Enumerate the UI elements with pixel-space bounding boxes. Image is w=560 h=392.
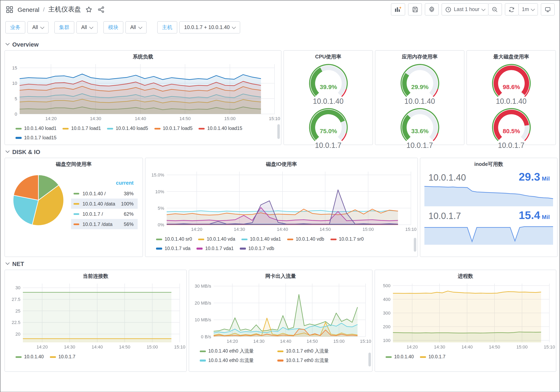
- chevron-down-icon: [89, 25, 93, 29]
- net-traffic-chart[interactable]: 0 B/s10 MB/s20 MB/s30 MB/s14:2014:3014:4…: [192, 281, 369, 345]
- sparkstat-row[interactable]: 10.0.1.40 29.3Mil: [424, 171, 553, 206]
- legend-scrollbar[interactable]: [277, 124, 280, 139]
- memory-gauges[interactable]: 29.9%10.0.1.4033.6%10.0.1.7: [379, 62, 461, 150]
- filter-module-label: 模块: [103, 21, 123, 33]
- time-range-picker[interactable]: Last 1 hour: [441, 3, 488, 16]
- cpu-gauges[interactable]: 39.9%10.0.1.4075.0%10.0.1.7: [287, 62, 369, 150]
- gauge[interactable]: 80.5%10.0.1.7: [480, 106, 542, 150]
- save-dashboard-button[interactable]: [408, 3, 422, 16]
- variable-filters: 业务 All 集群 All 模块 All 主机 10.0.1.7 + 10.0.…: [0, 18, 560, 38]
- gauge[interactable]: 98.6%10.0.1.40: [480, 62, 542, 106]
- gauge-value: 39.9%: [320, 84, 337, 90]
- legend-item[interactable]: 10.0.1.40 vda: [198, 235, 235, 244]
- svg-text:14:30: 14:30: [64, 344, 75, 350]
- gauge-host-label: 10.0.1.7: [406, 141, 433, 150]
- gauge[interactable]: 39.9%10.0.1.40: [298, 62, 359, 106]
- legend-item[interactable]: 10.0.1.7 vda: [156, 244, 190, 253]
- legend-item[interactable]: 10.0.1.7 vda1: [197, 244, 234, 253]
- legend-item[interactable]: 10.0.1.7 vdb: [240, 244, 274, 253]
- svg-text:14:50: 14:50: [179, 116, 190, 121]
- legend-item[interactable]: 10.0.1.40 eth0 出流量: [200, 356, 277, 365]
- settings-gear-button[interactable]: [425, 3, 439, 16]
- panel-disk-io: 磁盘IO使用率 0%5%10%15.0%14:2014:3014:4014:50…: [145, 158, 418, 257]
- svg-text:200: 200: [383, 324, 390, 329]
- star-icon[interactable]: [85, 5, 93, 14]
- chevron-down-icon: [232, 25, 236, 29]
- panel-cpu-usage: CPU使用率 39.9%10.0.1.4075.0%10.0.1.7: [283, 50, 373, 145]
- zoom-out-button[interactable]: [488, 3, 502, 16]
- gauge-value: 75.0%: [320, 128, 337, 134]
- svg-text:30: 30: [16, 285, 20, 290]
- share-icon[interactable]: [97, 5, 106, 14]
- gauge[interactable]: 75.0%10.0.1.7: [298, 106, 359, 150]
- filter-cluster-value[interactable]: All: [76, 21, 98, 33]
- dashboards-grid-icon[interactable]: [5, 5, 14, 14]
- legend-scrollbar[interactable]: [414, 238, 416, 252]
- svg-text:14:20: 14:20: [191, 227, 202, 232]
- section-header-net[interactable]: NET: [0, 257, 560, 270]
- legend-item[interactable]: 10.0.1.7 eth0 入流量: [277, 347, 355, 356]
- pie-legend-header[interactable]: current: [71, 179, 138, 188]
- svg-text:14:30: 14:30: [253, 339, 264, 344]
- legend-item[interactable]: 10.0.1.40 load5: [107, 124, 148, 133]
- filter-module-value[interactable]: All: [125, 21, 147, 33]
- legend-item[interactable]: 10.0.1.40 load15: [199, 124, 242, 133]
- svg-text:14:20: 14:20: [227, 339, 238, 344]
- legend-scrollbar[interactable]: [369, 352, 371, 366]
- disk-io-legend: 10.0.1.40 sr010.0.1.40 vda10.0.1.40 vda1…: [149, 233, 414, 253]
- legend-item[interactable]: 10.0.1.7 load15: [16, 133, 57, 142]
- gauge[interactable]: 33.6%10.0.1.7: [389, 106, 450, 150]
- page-title[interactable]: 主机仪表盘: [48, 5, 81, 14]
- pie-legend-row[interactable]: 10.0.1.7 /62%: [71, 209, 138, 219]
- filter-business-label: 业务: [5, 21, 25, 33]
- svg-text:14:20: 14:20: [407, 344, 418, 350]
- legend-item[interactable]: 10.0.1.40 eth0 入流量: [200, 347, 277, 356]
- legend-item[interactable]: 10.0.1.40: [386, 352, 414, 362]
- filter-business-value[interactable]: All: [27, 21, 49, 33]
- legend-item[interactable]: 10.0.1.40 sr0: [156, 235, 192, 244]
- panel-title: 最大磁盘使用率: [470, 53, 552, 60]
- legend-item[interactable]: 10.0.1.40 load1: [16, 124, 57, 133]
- svg-text:14:40: 14:40: [135, 116, 146, 121]
- disk-space-pie[interactable]: [11, 173, 65, 229]
- legend-swatch: [73, 203, 79, 204]
- gauge-host-label: 10.0.1.40: [404, 97, 435, 106]
- legend-item[interactable]: 10.0.1.7 eth0 出流量: [277, 356, 355, 365]
- legend-item[interactable]: 10.0.1.7: [50, 352, 75, 362]
- refresh-button[interactable]: [505, 3, 519, 16]
- connections-chart[interactable]: 2022.52527.53014:2014:3014:4014:5015:001…: [8, 281, 183, 351]
- disk-gauges[interactable]: 98.6%10.0.1.4080.5%10.0.1.7: [470, 62, 552, 150]
- panel-title: 磁盘IO使用率: [149, 161, 414, 168]
- legend-item[interactable]: 10.0.1.7: [420, 352, 445, 362]
- panel-title: 网卡出入流量: [192, 273, 369, 280]
- filter-host-value[interactable]: 10.0.1.7 + 10.0.1.40: [179, 21, 240, 33]
- inode-stats[interactable]: 10.0.1.40 29.3Mil 10.0.1.7 15.4Mil: [424, 169, 554, 245]
- refresh-interval-picker[interactable]: 1m: [518, 3, 538, 16]
- pie-legend-value: 62%: [124, 211, 134, 217]
- cycle-view-mode-button[interactable]: [541, 3, 555, 16]
- svg-text:5%: 5%: [158, 206, 164, 211]
- legend-item[interactable]: 10.0.1.7 load5: [154, 124, 193, 133]
- refresh-interval-label: 1m: [522, 7, 529, 12]
- system-load-chart[interactable]: 05101514:2014:3014:4014:5015:0015:10: [8, 62, 278, 122]
- svg-text:14:50: 14:50: [119, 344, 130, 350]
- pie-legend-row[interactable]: 10.0.1.40 /data100%: [71, 199, 138, 209]
- legend-item[interactable]: 10.0.1.40: [16, 352, 44, 362]
- pie-legend-row[interactable]: 10.0.1.40 /38%: [71, 188, 138, 199]
- panel-net-traffic: 网卡出入流量 0 B/s10 MB/s20 MB/s30 MB/s14:2014…: [189, 270, 372, 372]
- breadcrumb-folder[interactable]: General: [18, 6, 40, 13]
- section-header-overview[interactable]: Overview: [0, 38, 560, 50]
- legend-item[interactable]: 10.0.1.7 sr0: [330, 235, 363, 244]
- dashboard-window: General / 主机仪表盘: [0, 0, 560, 392]
- add-panel-button[interactable]: [391, 3, 405, 16]
- sparkstat-row[interactable]: 10.0.1.7 15.4Mil: [424, 209, 553, 245]
- legend-item[interactable]: 10.0.1.40 vdb: [287, 235, 324, 244]
- svg-text:10%: 10%: [155, 189, 164, 194]
- pie-legend-row[interactable]: 10.0.1.7 /data56%: [71, 219, 138, 229]
- disk-io-chart[interactable]: 0%5%10%15.0%14:2014:3014:4014:5015:0015:…: [149, 169, 414, 233]
- legend-item[interactable]: 10.0.1.7 load1: [63, 124, 101, 133]
- processes-chart[interactable]: 10020030040050014:2014:3014:4014:5015:00…: [378, 281, 553, 351]
- legend-item[interactable]: 10.0.1.40 vda1: [241, 235, 281, 244]
- gauge[interactable]: 29.9%10.0.1.40: [389, 62, 450, 106]
- panel-processes: 进程数 10020030040050014:2014:3014:4014:501…: [375, 270, 556, 372]
